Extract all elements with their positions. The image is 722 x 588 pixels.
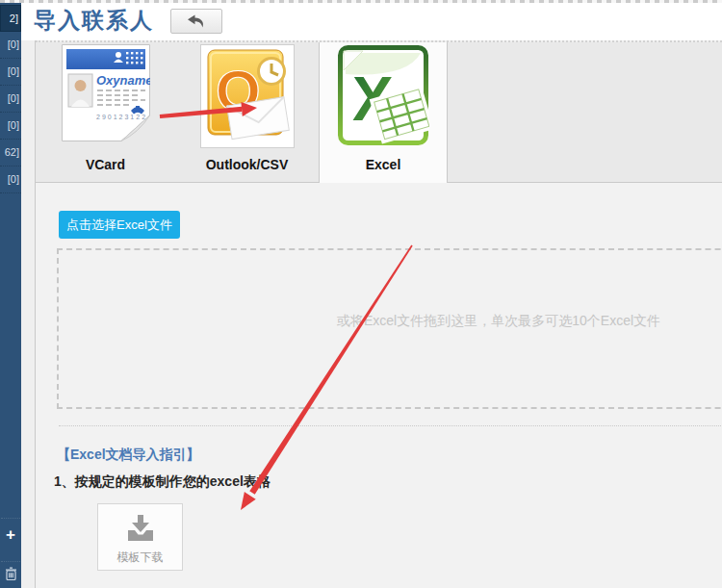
sidebar-item[interactable]: [0] (0, 113, 21, 140)
folder-list: 2] [0] [0] [0] [0] 62] [0] (0, 5, 21, 193)
add-folder-button[interactable]: + (0, 525, 21, 545)
folder-sidebar: 2] [0] [0] [0] [0] 62] [0] + (0, 0, 21, 588)
trash-icon (5, 567, 17, 581)
guide-step-1: 1、按规定的模板制作您的excel表格 (54, 473, 271, 491)
sidebar-divider (1, 561, 20, 562)
page-header: 导入联系人 (21, 0, 722, 40)
import-content: Oxyname 290123122 VCard (35, 40, 722, 588)
sidebar-divider (1, 518, 20, 519)
vcard-icon: Oxyname 290123122 (62, 44, 150, 141)
sidebar-item[interactable]: [0] (0, 59, 21, 86)
excel-import-panel: 点击选择Excel文件 或将Excel文件拖到这里，单次最多可选10个Excel… (36, 183, 722, 588)
tab-excel-selected[interactable]: X Excel (319, 42, 448, 183)
template-download-button[interactable]: 模板下载 (97, 503, 183, 571)
sidebar-item[interactable]: [0] (0, 166, 21, 193)
select-excel-file-button[interactable]: 点击选择Excel文件 (59, 211, 180, 239)
tab-label-vcard: VCard (36, 157, 175, 172)
section-divider (59, 425, 721, 426)
outlook-icon-card: O (200, 44, 295, 148)
window-top-dashed-border (0, 0, 722, 3)
page-title: 导入联系人 (34, 6, 154, 36)
vcard-brand-text: Oxyname (96, 73, 150, 88)
vcard-number-text: 290123122 (96, 114, 147, 120)
tab-outlook-csv[interactable]: O Outlook/CSV (175, 42, 319, 183)
back-button[interactable] (170, 9, 222, 34)
tab-vcard[interactable]: Oxyname 290123122 VCard (36, 42, 175, 183)
tabbar-filler (448, 42, 722, 183)
dropzone-hint-text: 或将Excel文件拖到这里，单次最多可选10个Excel文件 (337, 313, 660, 330)
trash-button[interactable] (0, 567, 21, 585)
template-download-label: 模板下载 (98, 550, 182, 566)
guide-title: 【Excel文档导入指引】 (57, 447, 200, 464)
import-type-tabbar: Oxyname 290123122 VCard (36, 40, 722, 183)
tab-label-excel: Excel (320, 157, 447, 172)
sidebar-item[interactable]: [0] (0, 86, 21, 113)
sidebar-item[interactable]: 62] (0, 140, 21, 166)
excel-icon: X (337, 44, 429, 146)
tab-label-outlook-csv: Outlook/CSV (175, 157, 319, 172)
download-icon (125, 513, 156, 543)
outlook-icon: O (201, 45, 294, 147)
sidebar-item[interactable]: [0] (0, 32, 21, 59)
sidebar-item-selected[interactable]: 2] (0, 5, 21, 32)
undo-arrow-icon (187, 14, 206, 28)
